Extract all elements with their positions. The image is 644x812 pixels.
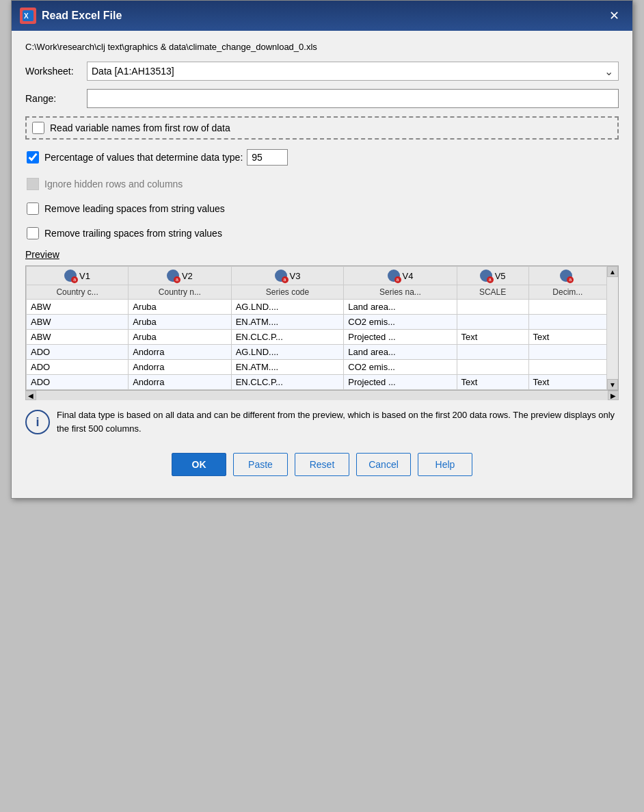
th-v1: V1 bbox=[27, 267, 129, 285]
info-box: i Final data type is based on all data a… bbox=[25, 408, 619, 435]
table-cell: ADO bbox=[27, 360, 129, 375]
worksheet-select[interactable]: Data [A1:AH13513] bbox=[87, 62, 619, 81]
percentage-checkbox[interactable] bbox=[27, 151, 39, 163]
v5-type-icon bbox=[480, 270, 492, 282]
table-cell: Text bbox=[528, 375, 606, 390]
table-cell: Andorra bbox=[129, 360, 231, 375]
table-row: ABWArubaAG.LND....Land area... bbox=[27, 300, 607, 315]
scroll-right-button[interactable]: ▶ bbox=[608, 391, 619, 400]
dialog-content: C:\Work\research\clj text\graphics & dat… bbox=[12, 31, 632, 498]
table-cell: Text bbox=[457, 330, 528, 345]
table-scroll-area[interactable]: V1 V2 bbox=[26, 266, 607, 390]
read-variable-names-checkbox[interactable] bbox=[32, 122, 44, 134]
v3-type-icon bbox=[275, 270, 287, 282]
table-cell: EN.ATM.... bbox=[231, 360, 344, 375]
table-cell: Text bbox=[457, 375, 528, 390]
table-cell: AG.LND.... bbox=[231, 345, 344, 360]
th-v2: V2 bbox=[129, 267, 231, 285]
table-cell: Andorra bbox=[129, 345, 231, 360]
read-variable-names-row: Read variable names from first row of da… bbox=[25, 116, 619, 140]
subh-v4: Series na... bbox=[344, 285, 457, 300]
table-cell: Aruba bbox=[129, 300, 231, 315]
ignore-hidden-checkbox bbox=[27, 178, 39, 190]
ok-button[interactable]: OK bbox=[172, 453, 226, 476]
dialog-title: Read Excel File bbox=[42, 10, 604, 22]
v6-type-icon bbox=[560, 270, 572, 282]
percentage-row: Percentage of values that determine data… bbox=[25, 146, 619, 168]
table-cell bbox=[528, 315, 606, 330]
table-cell: ABW bbox=[27, 330, 129, 345]
table-cell: ABW bbox=[27, 300, 129, 315]
table-cell: EN.ATM.... bbox=[231, 315, 344, 330]
worksheet-label: Worksheet: bbox=[25, 66, 87, 77]
scroll-left-button[interactable]: ◀ bbox=[25, 391, 36, 400]
remove-leading-label[interactable]: Remove leading spaces from string values bbox=[44, 203, 225, 214]
table-row: ADOAndorraEN.CLC.P...Projected ...TextTe… bbox=[27, 375, 607, 390]
scroll-track bbox=[607, 277, 618, 379]
v2-type-icon bbox=[167, 270, 179, 282]
table-cell: Projected ... bbox=[344, 330, 457, 345]
table-cell: CO2 emis... bbox=[344, 360, 457, 375]
vertical-scrollbar[interactable]: ▲ ▼ bbox=[607, 266, 618, 390]
cancel-button[interactable]: Cancel bbox=[356, 453, 411, 476]
table-cell: Text bbox=[528, 330, 606, 345]
table-cell bbox=[528, 300, 606, 315]
table-cell: AG.LND.... bbox=[231, 300, 344, 315]
table-body: ABWArubaAG.LND....Land area...ABWArubaEN… bbox=[27, 300, 607, 390]
th-v4: V4 bbox=[344, 267, 457, 285]
table-cell bbox=[457, 300, 528, 315]
info-text: Final data type is based on all data and… bbox=[57, 408, 619, 435]
ignore-hidden-label: Ignore hidden rows and columns bbox=[44, 179, 183, 189]
table-cell bbox=[457, 345, 528, 360]
table-row: ABWArubaEN.CLC.P...Projected ...TextText bbox=[27, 330, 607, 345]
table-header-icons-row: V1 V2 bbox=[27, 267, 607, 285]
v4-type-icon bbox=[388, 270, 400, 282]
close-button[interactable]: ✕ bbox=[604, 5, 624, 26]
range-row: Range: bbox=[25, 89, 619, 108]
table-cell: EN.CLC.P... bbox=[231, 375, 344, 390]
remove-trailing-row: Remove trailing spaces from string value… bbox=[25, 224, 619, 242]
reset-button[interactable]: Reset bbox=[295, 453, 349, 476]
table-cell: ADO bbox=[27, 345, 129, 360]
ignore-hidden-row: Ignore hidden rows and columns bbox=[25, 175, 619, 193]
scroll-up-button[interactable]: ▲ bbox=[607, 266, 618, 277]
worksheet-row: Worksheet: Data [A1:AH13513] bbox=[25, 62, 619, 81]
table-cell: Land area... bbox=[344, 300, 457, 315]
info-icon: i bbox=[25, 410, 50, 434]
remove-leading-row: Remove leading spaces from string values bbox=[25, 200, 619, 218]
subh-v5: SCALE bbox=[457, 285, 528, 300]
th-v3: V3 bbox=[231, 267, 344, 285]
range-label: Range: bbox=[25, 93, 87, 104]
scroll-down-button[interactable]: ▼ bbox=[607, 379, 618, 390]
table-cell: Aruba bbox=[129, 315, 231, 330]
remove-leading-checkbox[interactable] bbox=[27, 202, 39, 215]
table-row: ABWArubaEN.ATM....CO2 emis... bbox=[27, 315, 607, 330]
remove-trailing-checkbox[interactable] bbox=[27, 227, 39, 239]
svg-text:X: X bbox=[24, 12, 29, 20]
remove-trailing-label[interactable]: Remove trailing spaces from string value… bbox=[44, 228, 222, 239]
v1-type-icon bbox=[64, 270, 77, 282]
table-cell: Projected ... bbox=[344, 375, 457, 390]
table-subheader-row: Country c... Country n... Series code Se… bbox=[27, 285, 607, 300]
table-cell: ADO bbox=[27, 375, 129, 390]
table-cell: CO2 emis... bbox=[344, 315, 457, 330]
subh-v6: Decim... bbox=[528, 285, 606, 300]
read-variable-names-label[interactable]: Read variable names from first row of da… bbox=[50, 122, 230, 133]
app-icon: X bbox=[20, 8, 36, 24]
title-bar: X Read Excel File ✕ bbox=[12, 1, 632, 31]
help-button[interactable]: Help bbox=[418, 453, 472, 476]
file-path: C:\Work\research\clj text\graphics & dat… bbox=[25, 42, 619, 52]
table-cell bbox=[457, 360, 528, 375]
range-input[interactable] bbox=[87, 89, 619, 108]
table-cell: EN.CLC.P... bbox=[231, 330, 344, 345]
paste-button[interactable]: Paste bbox=[233, 453, 288, 476]
table-cell: Andorra bbox=[129, 375, 231, 390]
table-cell bbox=[528, 345, 606, 360]
percentage-label[interactable]: Percentage of values that determine data… bbox=[44, 152, 243, 163]
preview-table: V1 V2 bbox=[26, 266, 607, 390]
percentage-input[interactable] bbox=[247, 149, 288, 166]
table-cell bbox=[457, 315, 528, 330]
horizontal-scrollbar[interactable]: ◀ ▶ bbox=[25, 391, 619, 400]
dialog-read-excel: X Read Excel File ✕ C:\Work\research\clj… bbox=[11, 0, 633, 499]
table-cell: Land area... bbox=[344, 345, 457, 360]
